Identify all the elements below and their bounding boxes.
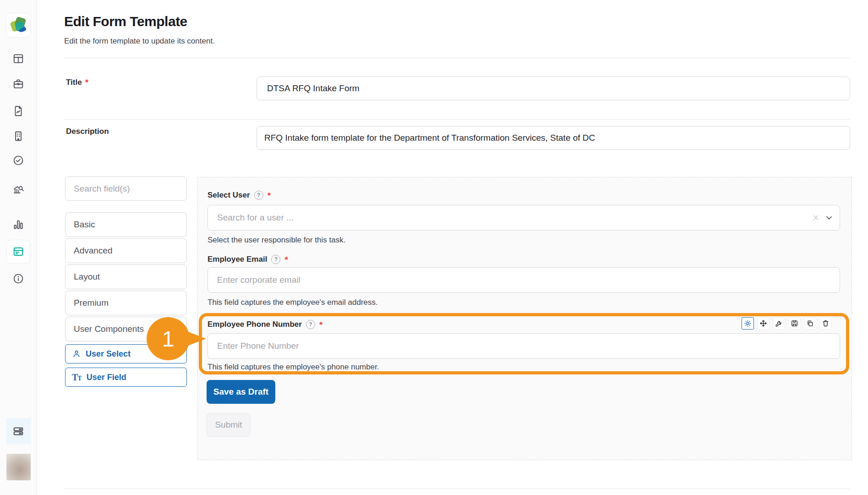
- step-badge: 1: [147, 317, 190, 360]
- employee-phone-input[interactable]: [207, 333, 840, 359]
- divider: [64, 119, 850, 120]
- select-user-control: ×: [207, 205, 840, 231]
- wrench-icon[interactable]: [773, 317, 785, 330]
- select-user-helper: Select the user responsible for this tas…: [207, 236, 345, 245]
- highlighted-phone-field-section: Employee Phone Number ? *: [199, 313, 849, 374]
- employee-email-helper: This field captures the employee's email…: [207, 298, 378, 307]
- move-icon[interactable]: [757, 317, 770, 330]
- clear-icon[interactable]: ×: [813, 212, 819, 223]
- app-sidebar: [0, 0, 37, 495]
- field-toolbar: [742, 317, 832, 330]
- title-field-label: Title*: [66, 77, 88, 87]
- bar-chart-icon[interactable]: [10, 216, 27, 233]
- typography-icon: TT: [72, 373, 82, 382]
- briefcase-icon[interactable]: [10, 76, 27, 92]
- divider: [64, 489, 850, 489]
- category-advanced-button[interactable]: Advanced: [65, 238, 187, 263]
- form-canvas: Select User ? * × Select the user respon…: [197, 177, 852, 460]
- save-icon[interactable]: [788, 317, 801, 330]
- required-asterisk: *: [85, 77, 88, 87]
- bank-search-icon[interactable]: [10, 182, 27, 198]
- delete-icon[interactable]: [819, 317, 832, 330]
- required-asterisk: *: [284, 255, 288, 265]
- document-report-icon[interactable]: [10, 103, 27, 119]
- employee-phone-helper: This field captures the employee's phone…: [207, 363, 379, 372]
- page-subtitle: Edit the form template to update its con…: [64, 37, 215, 46]
- user-icon: [72, 349, 81, 358]
- employee-email-label-row: Employee Email ? *: [207, 254, 288, 264]
- form-builder-icon: [12, 246, 24, 258]
- field-search-input[interactable]: [65, 176, 187, 201]
- logo-leaves-icon: [9, 16, 28, 35]
- building-icon[interactable]: [10, 128, 27, 144]
- dashboard-icon[interactable]: [10, 50, 27, 67]
- select-user-input[interactable]: [207, 205, 840, 231]
- server-stack-icon[interactable]: [6, 418, 31, 444]
- description-field-label: Description: [66, 127, 109, 136]
- submit-button[interactable]: Submit: [207, 413, 251, 437]
- select-user-label-row: Select User ? *: [207, 190, 271, 200]
- field-label: Employee Email: [207, 255, 267, 264]
- user-field-component-button[interactable]: TT User Field: [65, 368, 187, 387]
- help-icon[interactable]: ?: [254, 191, 263, 200]
- category-premium-button[interactable]: Premium: [65, 291, 187, 315]
- check-circle-icon[interactable]: [10, 152, 27, 169]
- info-icon[interactable]: [10, 270, 27, 287]
- employee-email-input[interactable]: [207, 267, 840, 293]
- category-layout-button[interactable]: Layout: [65, 264, 187, 289]
- help-icon[interactable]: ?: [271, 255, 280, 264]
- description-input[interactable]: [257, 126, 850, 150]
- field-label: Employee Phone Number: [207, 320, 302, 329]
- required-asterisk: *: [319, 320, 322, 330]
- copy-icon[interactable]: [804, 317, 816, 330]
- sidebar-item-form-builder-active[interactable]: [6, 240, 30, 264]
- category-basic-button[interactable]: Basic: [65, 212, 187, 237]
- page-title: Edit Form Template: [64, 14, 187, 29]
- divider: [64, 58, 850, 58]
- required-asterisk: *: [267, 191, 271, 201]
- user-avatar[interactable]: [6, 454, 31, 480]
- app-logo[interactable]: [6, 13, 31, 38]
- chevron-down-icon[interactable]: [824, 213, 834, 222]
- save-as-draft-button[interactable]: Save as Draft: [207, 380, 275, 404]
- field-label: Select User: [207, 191, 250, 200]
- employee-phone-label-row: Employee Phone Number ? *: [207, 319, 322, 330]
- settings-gear-icon[interactable]: [742, 317, 754, 330]
- help-icon[interactable]: ?: [306, 320, 315, 329]
- title-input[interactable]: [257, 77, 850, 100]
